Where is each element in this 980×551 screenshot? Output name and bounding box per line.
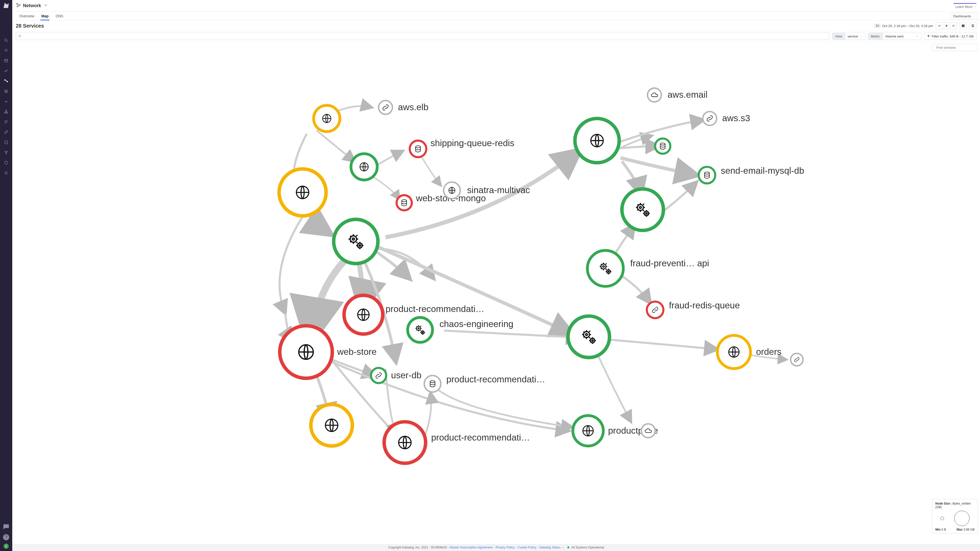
node-unnamed-3[interactable] — [279, 169, 326, 216]
node-orders[interactable]: orders — [718, 335, 781, 368]
find-services-input[interactable] — [936, 45, 980, 50]
svg-text:sinatra-multivac: sinatra-multivac — [467, 185, 530, 195]
tab-dns[interactable]: DNS — [52, 12, 67, 20]
node-user-db[interactable]: user-db — [371, 368, 422, 383]
calendar-button[interactable] — [959, 22, 967, 29]
tab-overview[interactable]: Overview — [16, 12, 38, 20]
node-unnamed-8[interactable] — [311, 405, 352, 446]
svg-point-61 — [424, 375, 441, 392]
nav-performance-icon[interactable] — [2, 97, 10, 106]
find-services-input-wrapper[interactable] — [932, 44, 978, 51]
node-unnamed-9[interactable] — [568, 316, 610, 358]
footer-status-link[interactable]: Datadog Status → — [539, 546, 564, 549]
svg-text:orders: orders — [756, 347, 781, 357]
node-aws-elb[interactable]: aws.elb — [379, 100, 428, 114]
legend-max-circle — [954, 511, 969, 526]
svg-point-12 — [6, 172, 7, 174]
nav-avatar[interactable] — [3, 543, 9, 549]
chevron-down-icon[interactable] — [43, 3, 48, 9]
svg-point-10 — [6, 151, 7, 152]
time-fwd-button[interactable] — [950, 22, 957, 29]
dashboards-button[interactable]: Dashboards — [950, 13, 978, 19]
node-fraud-prevention-api[interactable]: fraud-preventi… api — [587, 251, 709, 286]
nav-security-icon[interactable] — [2, 159, 10, 167]
svg-point-35 — [396, 195, 412, 210]
node-unnamed-4[interactable] — [334, 219, 378, 264]
svg-text:web-store: web-store — [337, 347, 377, 357]
nav-search-icon[interactable] — [2, 36, 10, 44]
node-unnamed-6[interactable] — [655, 138, 670, 154]
chevron-down-icon — [916, 35, 918, 38]
node-unnamed-10[interactable] — [641, 424, 655, 438]
services-count: 28 Services — [16, 23, 44, 29]
nav-infra-icon[interactable] — [2, 169, 10, 177]
nav-link-icon[interactable] — [2, 128, 10, 136]
nav-watchdog-icon[interactable] — [2, 46, 10, 55]
svg-text:product-recommendati…: product-recommendati… — [386, 304, 484, 314]
svg-point-6 — [5, 90, 8, 93]
node-chaos-engineering[interactable]: chaos-engineering — [407, 318, 513, 343]
view-label: View — [832, 33, 845, 40]
search-input-wrapper[interactable] — [16, 33, 830, 40]
nav-network-icon[interactable] — [2, 77, 10, 85]
network-icon — [16, 3, 21, 9]
view-selector[interactable]: View service — [832, 33, 865, 40]
footer-msa-link[interactable]: Master Subscription Agreement — [450, 546, 493, 549]
node-send-email-mysql-db[interactable]: send-email-mysql-db — [699, 165, 804, 183]
timerange-chip: 1h — [874, 24, 880, 28]
nav-chat-icon[interactable] — [2, 523, 10, 531]
svg-point-11 — [6, 153, 6, 154]
node-unnamed-5[interactable] — [575, 118, 619, 162]
svg-text:user-db: user-db — [391, 370, 422, 380]
svg-text:product-recommendati…: product-recommendati… — [446, 374, 545, 384]
nav-dashboards-icon[interactable] — [2, 57, 10, 65]
node-unnamed-2[interactable] — [351, 154, 377, 180]
svg-text:aws.elb: aws.elb — [398, 102, 428, 112]
nav-metrics-icon[interactable] — [2, 67, 10, 75]
node-web-store-mongo[interactable]: web-store-mongo — [396, 193, 486, 210]
time-play-button[interactable] — [943, 22, 950, 29]
metric-label: Metric — [868, 33, 883, 40]
nav-logs-icon[interactable] — [2, 118, 10, 126]
metric-value: Volume sent — [885, 35, 904, 38]
learn-more-button[interactable]: Learn More — [956, 5, 977, 9]
filter-icon — [927, 35, 930, 38]
footer-cookie-link[interactable]: Cookie Policy — [518, 546, 536, 549]
svg-point-59 — [371, 368, 387, 383]
footer: Copyright Datadog, Inc. 2021 - 35.580841… — [12, 544, 980, 551]
nav-notebook-icon[interactable] — [2, 138, 10, 146]
filter-traffic-button[interactable]: Filter traffic: 649 B - 12.7 GB — [924, 33, 977, 40]
node-sinatra-multivac[interactable]: sinatra-multivac — [444, 182, 530, 199]
nav-integrations-icon[interactable] — [2, 108, 10, 116]
node-fraud-redis-queue[interactable]: fraud-redis-queue — [647, 300, 740, 318]
node-shipping-queue-redis[interactable]: shipping-queue-redis — [410, 138, 514, 157]
node-product-rec-red2[interactable]: product-recommendati… — [384, 422, 530, 464]
svg-point-46 — [699, 167, 715, 183]
svg-point-69 — [641, 424, 655, 438]
footer-privacy-link[interactable]: Privacy Policy — [496, 546, 515, 549]
network-graph[interactable]: aws.elb shipping-queue-redis web-store-m… — [12, 41, 980, 544]
search-input[interactable] — [23, 34, 827, 38]
datadog-logo[interactable] — [2, 2, 10, 9]
node-unnamed-7[interactable] — [622, 189, 663, 230]
svg-point-43 — [703, 111, 717, 125]
metric-selector[interactable]: Metric Volume sent — [868, 33, 921, 40]
svg-rect-8 — [5, 141, 8, 144]
node-aws-s3[interactable]: aws.s3 — [703, 111, 750, 125]
refresh-button[interactable] — [969, 22, 977, 29]
tab-map[interactable]: Map — [38, 12, 52, 20]
svg-point-15 — [6, 545, 6, 546]
status-ok-dot — [567, 546, 570, 548]
node-product-rec-db[interactable]: product-recommendati… — [424, 374, 545, 392]
svg-point-0 — [5, 39, 7, 41]
svg-point-40 — [648, 88, 661, 102]
node-aws-email[interactable]: aws.email — [648, 88, 708, 102]
time-back-button[interactable] — [935, 22, 943, 29]
node-unnamed-1[interactable] — [313, 105, 340, 132]
nav-ci-icon[interactable] — [2, 148, 10, 157]
timerange-display[interactable]: 1h Oct 20, 2:16 pm – Oct 20, 3:16 pm — [874, 24, 933, 28]
nav-rum-icon[interactable] — [2, 87, 10, 95]
svg-point-72 — [791, 353, 803, 366]
nav-help-icon[interactable]: ? — [2, 533, 10, 541]
node-unnamed-11[interactable] — [791, 353, 803, 366]
